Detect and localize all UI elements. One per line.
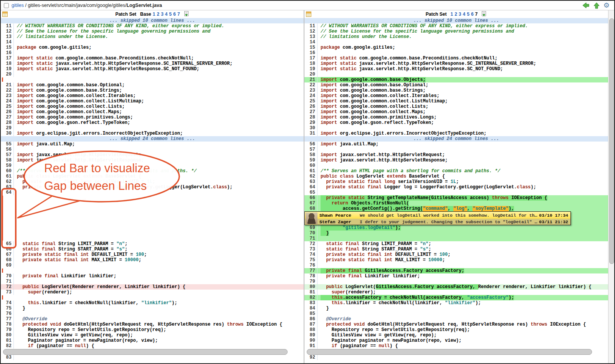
line-number[interactable]: 68 (1, 257, 14, 263)
code-line[interactable] (14, 190, 304, 195)
line-number[interactable]: 57 (304, 147, 317, 152)
line-number[interactable]: 15 (1, 45, 14, 50)
line-number[interactable]: 92 (304, 355, 317, 360)
code-line[interactable]: import com.google.common.base.Strings; (14, 88, 304, 93)
code-line[interactable] (317, 311, 608, 316)
code-line[interactable]: } (317, 231, 608, 236)
code-line[interactable]: import static javax.servlet.http.HttpSer… (14, 61, 304, 66)
code-line[interactable]: Paginator paginator = newPaginator(repo,… (317, 338, 608, 343)
code-line[interactable]: // limitations under the License. (14, 34, 304, 40)
line-number[interactable]: 70 (304, 231, 317, 236)
code-line[interactable]: // See the License for the specific lang… (317, 29, 608, 34)
patchset-1[interactable]: 1 (153, 12, 155, 17)
line-number[interactable]: 21 (304, 77, 317, 82)
vertical-scrollbar-track[interactable] (608, 10, 614, 363)
code-line[interactable] (317, 190, 608, 195)
line-number[interactable]: 82 (1, 343, 14, 349)
line-number[interactable]: 76 (304, 263, 317, 268)
line-number[interactable]: 72 (304, 241, 317, 247)
line-number[interactable]: 23 (304, 88, 317, 93)
code-line[interactable] (14, 263, 304, 268)
code-line[interactable]: package com.google.gitiles; (14, 45, 304, 50)
code-line[interactable]: protected void doGetHtml(HttpServletRequ… (317, 322, 608, 327)
line-number[interactable]: 62 (1, 179, 14, 184)
code-line[interactable]: GitilesView view = getView(req, repo); (14, 333, 304, 338)
line-number[interactable]: 61 (304, 168, 317, 174)
code-line[interactable]: import javax.servlet.http.HttpServletReq… (14, 152, 304, 158)
code-line[interactable]: import static javax.servlet.http.HttpSer… (317, 66, 608, 72)
code-line[interactable]: private static String getTemplateName(Gi… (317, 195, 608, 201)
horizontal-scrollbar-track[interactable] (1, 349, 304, 355)
line-number[interactable]: 81 (1, 338, 14, 343)
code-line[interactable] (317, 279, 608, 284)
line-number[interactable]: 25 (304, 99, 317, 104)
line-number[interactable]: 84 (304, 306, 317, 311)
reviewed-checkbox[interactable] (4, 3, 9, 8)
code-line[interactable]: Repository repo = ServletUtils.getReposi… (317, 327, 608, 333)
code-line[interactable]: // See the License for the specific lang… (14, 29, 304, 34)
code-line[interactable]: import com.google.common.primitives.Long… (14, 115, 304, 120)
line-number[interactable]: 26 (1, 109, 14, 115)
code-line[interactable]: import com.google.common.collect.Iterabl… (14, 93, 304, 99)
line-number[interactable]: 16 (304, 50, 317, 56)
code-line[interactable]: Paginator paginator = newPaginator(repo,… (14, 338, 304, 343)
patchset-2[interactable]: 2 (157, 12, 159, 17)
code-line[interactable]: import org.eclipse.jgit.errors.Incorrect… (14, 131, 304, 136)
line-number[interactable]: 61 (1, 174, 14, 179)
code-line[interactable]: protected void doGetHtml(HttpServletRequ… (14, 322, 304, 327)
line-number[interactable]: 23 (1, 93, 14, 99)
line-number[interactable]: 56 (304, 142, 317, 147)
patchset-6[interactable]: 6 (173, 12, 176, 17)
code-line[interactable]: private final Linkifier linkifier; (317, 273, 608, 279)
line-number[interactable]: 18 (304, 61, 317, 66)
line-number[interactable]: 13 (1, 34, 14, 40)
code-line[interactable]: super(renderer); (14, 290, 304, 295)
line-number[interactable]: 68 (304, 206, 317, 211)
skipped-lines-banner[interactable]: ... skipped 24 common lines ... (1, 136, 304, 142)
code-line[interactable] (317, 355, 608, 360)
line-number[interactable]: 79 (304, 279, 317, 284)
horizontal-scrollbar-thumb[interactable] (3, 349, 288, 355)
line-number[interactable]: 71 (304, 236, 317, 241)
patchset-5[interactable]: 5 (467, 12, 470, 17)
line-number[interactable]: 28 (304, 115, 317, 120)
code-line[interactable]: static final String START_PARAM = "s"; (317, 247, 608, 252)
code-line[interactable]: public LogServlet(Renderer renderer, Lin… (14, 284, 304, 290)
line-number[interactable]: 27 (304, 109, 317, 115)
line-number[interactable]: 80 (304, 284, 317, 290)
line-number[interactable]: 67 (304, 201, 317, 206)
line-number[interactable]: 69 (1, 263, 14, 268)
line-number[interactable]: 66 (1, 247, 14, 252)
code-line[interactable]: private final GitilesAccess.Factory acce… (317, 268, 608, 273)
code-line[interactable]: import static javax.servlet.http.HttpSer… (14, 66, 304, 72)
code-line[interactable] (14, 279, 304, 284)
line-number[interactable]: 11 (304, 23, 317, 29)
code-line[interactable]: import com.google.common.collect.Lists; (14, 104, 304, 109)
line-number[interactable]: 20 (1, 72, 14, 77)
code-line[interactable]: private static final int DEFAULT_LIMIT =… (14, 252, 304, 257)
code-line[interactable]: private static final int MAX_LIMIT = 100… (14, 257, 304, 263)
code-line[interactable] (14, 72, 304, 77)
patchset-1[interactable]: 1 (450, 12, 453, 17)
line-number[interactable]: 29 (1, 125, 14, 131)
line-number[interactable]: 17 (304, 56, 317, 61)
line-number[interactable]: 67 (1, 252, 14, 257)
code-line[interactable]: this.accessFactory = checkNotNull(access… (317, 295, 608, 300)
code-line[interactable]: import com.google.common.collect.Maps; (317, 109, 608, 115)
line-number[interactable]: 69 (304, 225, 317, 231)
line-number[interactable]: 72 (1, 284, 14, 290)
line-number[interactable]: 81 (304, 290, 317, 295)
patchset-4[interactable]: 4 (463, 12, 466, 17)
code-line[interactable]: @Override (317, 316, 608, 322)
code-line[interactable]: import com.google.common.base.Strings; (317, 88, 608, 93)
comment-row[interactable]: Stefan ZagerI defer to your judgement. C… (305, 219, 570, 225)
code-line[interactable]: this.linkifier = checkNotNull(linkifier,… (14, 300, 304, 306)
file-browser-icon[interactable] (2, 12, 8, 18)
patchset-5[interactable]: 5 (169, 12, 172, 17)
line-number[interactable]: 80 (1, 333, 14, 338)
line-number[interactable]: 70 (1, 273, 14, 279)
code-line[interactable]: import javax.servlet.http.HttpServletRes… (14, 158, 304, 163)
code-line[interactable]: import com.google.common.collect.Lists; (317, 104, 608, 109)
code-line[interactable] (317, 40, 608, 45)
download-icon[interactable] (184, 11, 189, 18)
